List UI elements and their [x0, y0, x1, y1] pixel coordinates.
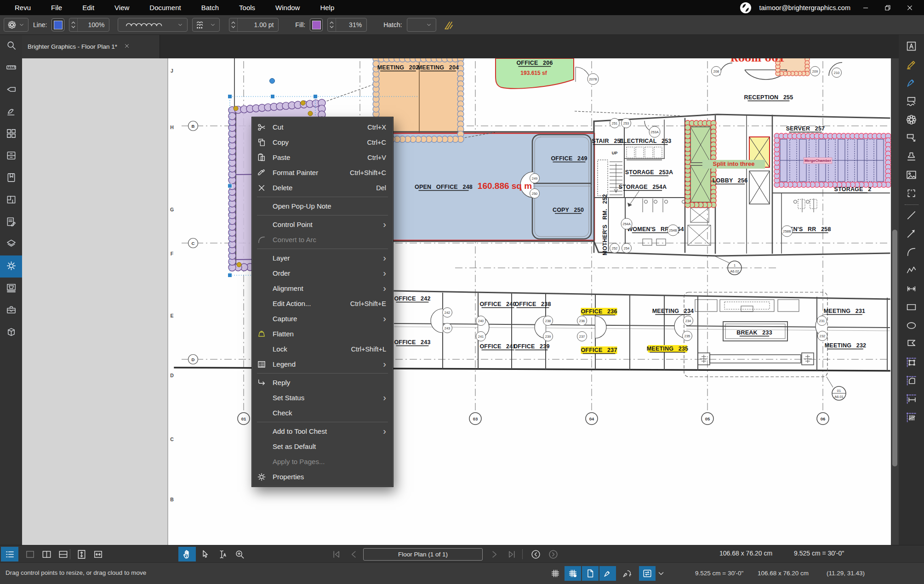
sidebar-item-file-access[interactable] — [0, 145, 22, 167]
close-button[interactable] — [903, 2, 917, 14]
sync-options-chevron-icon[interactable] — [656, 566, 666, 581]
scrollbar-thumb[interactable] — [892, 230, 897, 466]
tool-mode-dropdown[interactable] — [4, 18, 29, 32]
menu-item-control-point[interactable]: Control Point› — [252, 217, 393, 232]
snap-to-markup-toggle[interactable] — [599, 566, 616, 581]
vertical-scrollbar[interactable] — [891, 58, 899, 545]
reuse-markup-toggle[interactable] — [619, 566, 635, 581]
menu-item-set-as-default[interactable]: Set as Default — [252, 439, 393, 454]
tool-line[interactable] — [899, 207, 924, 225]
menu-item-delete[interactable]: DeleteDel — [252, 180, 393, 195]
last-page-button[interactable] — [503, 547, 520, 561]
line-style-dropdown[interactable] — [118, 18, 188, 32]
pan-tool-button[interactable] — [178, 547, 196, 561]
tool-image[interactable] — [899, 166, 924, 185]
tool-rectangle[interactable] — [899, 299, 924, 317]
menu-item-lock[interactable]: LockCtrl+Shift+L — [252, 341, 393, 357]
menu-revu[interactable]: Revu — [6, 2, 39, 13]
sidebar-item-markup-list[interactable] — [0, 211, 22, 233]
select-tool-button[interactable] — [196, 547, 213, 561]
select-text-button[interactable] — [213, 547, 231, 561]
tool-polygon[interactable] — [899, 335, 924, 354]
snap-to-document-toggle[interactable] — [582, 566, 599, 581]
tool-callout[interactable] — [899, 130, 924, 148]
tool-ellipse[interactable] — [899, 317, 924, 335]
menu-item-paste[interactable]: PasteCtrl+V — [252, 150, 393, 165]
tool-callout-pen[interactable] — [899, 93, 924, 111]
hatch-pattern-button[interactable] — [441, 18, 456, 32]
snap-to-grid-toggle[interactable] — [565, 566, 581, 581]
tool-cloud[interactable] — [899, 111, 924, 130]
document-tab[interactable]: Brighter Graphics - Floor Plan 1* — [22, 35, 160, 58]
sidebar-item-bookmarks[interactable] — [0, 167, 22, 189]
menu-item-legend[interactable]: Legend› — [252, 357, 393, 372]
next-view-button[interactable] — [544, 547, 562, 561]
menu-item-add-to-tool-chest[interactable]: Add to Tool Chest› — [252, 424, 393, 439]
single-pane-button[interactable] — [21, 547, 39, 561]
drawing-canvas[interactable]: MEETING 202MEETING 204OFFICE 206193.615 … — [22, 58, 891, 545]
sidebar-item-signature[interactable] — [0, 101, 22, 123]
split-horizontal-button[interactable] — [54, 547, 72, 561]
fit-width-button[interactable] — [89, 547, 107, 561]
line-width-stepper[interactable]: 1.00 pt — [229, 18, 279, 32]
menu-item-check[interactable]: Check — [252, 405, 393, 420]
menu-item-reply[interactable]: Reply — [252, 375, 393, 390]
tool-count[interactable] — [899, 409, 924, 427]
menu-item-capture[interactable]: Capture› — [252, 311, 393, 326]
menu-view[interactable]: View — [106, 2, 137, 13]
line-color-swatch[interactable] — [51, 18, 64, 31]
menu-window[interactable]: Window — [267, 2, 308, 13]
tool-snapshot[interactable] — [899, 185, 924, 203]
menu-item-flatten[interactable]: Flatten — [252, 326, 393, 341]
markup-list-toggle[interactable] — [1, 547, 18, 561]
sidebar-item-measurements[interactable] — [0, 57, 22, 79]
tool-dimension[interactable] — [899, 280, 924, 299]
fill-opacity-stepper[interactable]: 31% — [327, 18, 367, 32]
previous-view-button[interactable] — [527, 547, 544, 561]
menu-file[interactable]: File — [43, 2, 70, 13]
tool-stamp[interactable] — [899, 148, 924, 166]
menu-item-order[interactable]: Order› — [252, 266, 393, 281]
menu-help[interactable]: Help — [312, 2, 342, 13]
sidebar-item-properties[interactable] — [0, 255, 22, 278]
menu-item-set-status[interactable]: Set Status› — [252, 390, 393, 405]
tool-arc[interactable] — [899, 244, 924, 262]
sync-views-toggle[interactable] — [639, 566, 656, 581]
minimize-button[interactable] — [859, 2, 873, 14]
menu-item-properties[interactable]: Properties — [252, 469, 393, 484]
sidebar-item-thumbnails[interactable] — [0, 123, 22, 145]
sidebar-item-studio[interactable] — [0, 322, 22, 344]
sidebar-item-search[interactable] — [0, 35, 22, 57]
menu-batch[interactable]: Batch — [193, 2, 227, 13]
menu-item-open-pop-up-note[interactable]: Open Pop-Up Note — [252, 198, 393, 214]
tool-arrow[interactable] — [899, 225, 924, 244]
tool-measure-perimeter[interactable] — [899, 372, 924, 391]
tool-pen[interactable] — [899, 74, 924, 93]
sidebar-item-spaces[interactable] — [0, 189, 22, 211]
fit-page-button[interactable] — [73, 547, 90, 561]
sidebar-item-layers[interactable] — [0, 233, 22, 255]
tool-measure-area[interactable] — [899, 354, 924, 372]
tool-measure-length[interactable] — [899, 391, 924, 409]
fill-color-swatch[interactable] — [310, 18, 323, 31]
sidebar-item-flags[interactable] — [0, 79, 22, 101]
menu-edit[interactable]: Edit — [74, 2, 103, 13]
line-opacity-stepper[interactable]: 100% — [69, 18, 109, 32]
menu-item-alignment[interactable]: Alignment› — [252, 281, 393, 296]
hatch-dropdown[interactable] — [407, 18, 436, 32]
menu-item-format-painter[interactable]: Format PainterCtrl+Shift+C — [252, 165, 393, 180]
grid-toggle[interactable] — [547, 566, 564, 581]
first-page-button[interactable] — [327, 547, 345, 561]
menu-tools[interactable]: Tools — [231, 2, 263, 13]
menu-document[interactable]: Document — [141, 2, 189, 13]
menu-item-cut[interactable]: CutCtrl+X — [252, 119, 393, 135]
split-vertical-button[interactable] — [38, 547, 55, 561]
menu-item-copy[interactable]: CopyCtrl+C — [252, 135, 393, 150]
menu-item-layer[interactable]: Layer› — [252, 250, 393, 266]
next-page-button[interactable] — [485, 547, 503, 561]
page-indicator[interactable]: Floor Plan (1 of 1) — [363, 548, 483, 561]
sidebar-item-tool-chest[interactable] — [0, 300, 22, 322]
restore-button[interactable] — [881, 2, 895, 14]
menu-item-edit-action[interactable]: Edit Action...Ctrl+Shift+E — [252, 296, 393, 311]
tool-text[interactable] — [899, 38, 924, 56]
